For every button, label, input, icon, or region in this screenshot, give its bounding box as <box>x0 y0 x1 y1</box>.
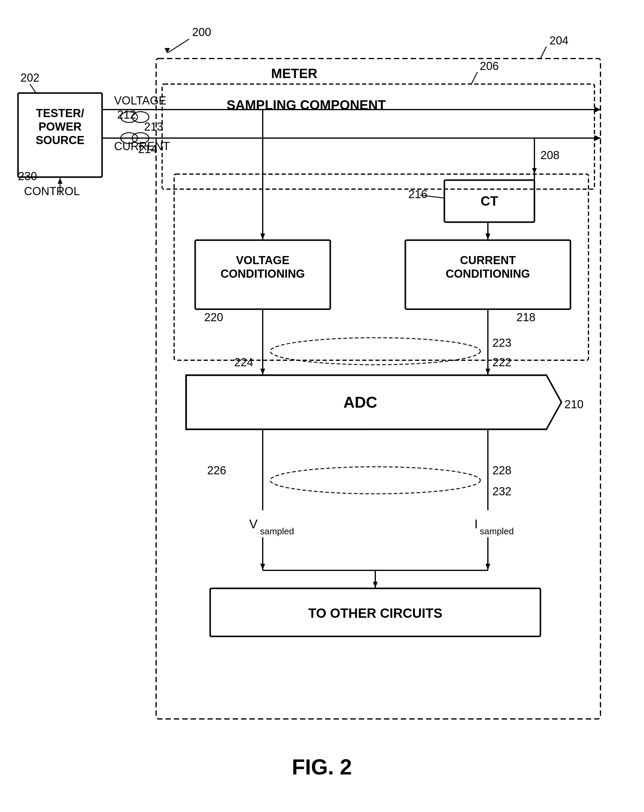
ref-210: 210 <box>565 398 583 411</box>
voltage-cond-label-1: VOLTAGE <box>236 254 290 267</box>
ct-label: CT <box>481 194 498 208</box>
svg-line-2 <box>540 47 546 58</box>
ref-208: 208 <box>540 149 559 162</box>
svg-marker-1 <box>165 48 170 53</box>
control-label: CONTROL <box>24 185 80 197</box>
meter-label: METER <box>271 66 317 81</box>
ref-216: 216 <box>408 188 427 200</box>
svg-marker-7 <box>594 107 600 113</box>
v-sampled-sub: sampled <box>260 526 294 536</box>
ref-202: 202 <box>20 72 39 84</box>
tester-label-3: SOURCE <box>36 134 85 147</box>
ref-226: 226 <box>207 464 226 477</box>
ref-218: 218 <box>516 311 535 324</box>
ref-232: 232 <box>492 485 511 498</box>
v-sampled-label: V <box>249 517 258 531</box>
ref-206: 206 <box>480 60 499 72</box>
current-cond-label-1: CURRENT <box>460 254 516 267</box>
figure-title: FIG. 2 <box>292 755 352 779</box>
voltage-label: VOLTAGE <box>114 94 166 107</box>
current-cond-label-2: CONDITIONING <box>446 267 530 280</box>
ref-223: 223 <box>492 336 511 349</box>
ref-204: 204 <box>549 34 568 47</box>
svg-marker-23 <box>260 234 265 240</box>
adc-label: ADC <box>343 394 377 411</box>
ref-214: 214 <box>138 143 157 156</box>
ref-200: 200 <box>192 26 211 38</box>
svg-marker-16 <box>58 178 63 184</box>
ref-228: 228 <box>492 464 511 477</box>
svg-line-4 <box>30 84 36 93</box>
i-sampled-label: I <box>475 517 478 531</box>
svg-line-0 <box>168 39 189 52</box>
conditioning-box <box>174 174 589 360</box>
i-sampled-sub: sampled <box>480 526 514 536</box>
svg-marker-25 <box>485 234 490 240</box>
voltage-cond-label-2: CONDITIONING <box>221 267 305 280</box>
svg-marker-33 <box>260 564 265 570</box>
svg-marker-39 <box>373 582 378 588</box>
to-other-circuits-label: TO OTHER CIRCUITS <box>308 606 443 620</box>
svg-marker-27 <box>260 369 265 375</box>
tester-label-2: POWER <box>38 121 82 133</box>
svg-marker-29 <box>485 369 490 375</box>
ref-213: 213 <box>144 121 163 133</box>
ref-224: 224 <box>234 356 253 369</box>
svg-line-3 <box>472 72 478 84</box>
svg-marker-12 <box>594 135 600 141</box>
svg-marker-35 <box>485 564 490 570</box>
tester-label-1: TESTER/ <box>36 107 84 119</box>
diagram: 200 204 METER 206 SAMPLING COMPONENT TES… <box>0 0 644 812</box>
ref-222: 222 <box>492 356 511 369</box>
ref-220: 220 <box>204 311 223 324</box>
ref-230: 230 <box>18 170 37 183</box>
output-oval-226-228 <box>270 467 481 494</box>
